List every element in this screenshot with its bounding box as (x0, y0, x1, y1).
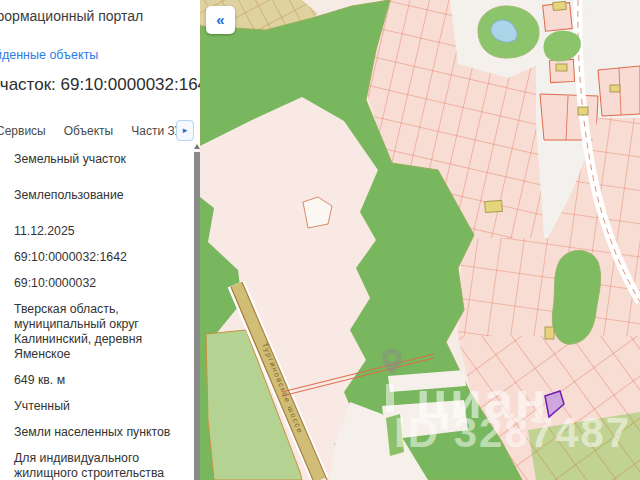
tab-objects[interactable]: Объекты (64, 124, 114, 138)
found-objects-link[interactable]: Найденные объекты (0, 48, 98, 62)
detail-area: 649 кв. м (14, 373, 186, 388)
parcel-title: Участок: 69:10:0000032:1642 (0, 75, 200, 95)
chevron-right-icon: ▸ (183, 125, 188, 135)
detail-land-category: Земли населенных пунктов (14, 425, 186, 440)
scrollbar-thumb[interactable] (194, 152, 200, 480)
detail-address: Тверская область, муниципальный округ Ка… (14, 302, 186, 362)
panel-header: Информационный портал Найденные объекты … (0, 0, 200, 95)
detail-permitted-use: Для индивидуального жилищного строительс… (14, 451, 186, 480)
info-panel: Информационный портал Найденные объекты … (0, 0, 200, 480)
tab-parcel-parts[interactable]: Части ЗУ (131, 124, 182, 138)
panel-scrollbar[interactable] (193, 143, 200, 480)
tab-bar: Сервисы Объекты Части ЗУ Состав ▸ (0, 118, 200, 144)
scrollbar-up-arrow-icon[interactable] (194, 144, 200, 149)
detail-cadastral-number: 69:10:0000032:1642 (14, 250, 186, 265)
app-window: Тургиновское шоссе (0, 0, 640, 480)
detail-land-use: Землепользование (14, 188, 186, 203)
cadastral-map[interactable]: Тургиновское шоссе (200, 0, 640, 480)
detail-object-kind: Земельный участок (14, 152, 186, 167)
tab-services[interactable]: Сервисы (0, 124, 46, 138)
portal-title: Информационный портал (0, 8, 200, 24)
watermark-id: ID 3287487 (394, 409, 631, 456)
detail-date: 11.12.2025 (14, 224, 186, 239)
detail-cadastral-quarter: 69:10:0000032 (14, 276, 186, 291)
details-list: Земельный участок Землепользование 11.12… (0, 152, 193, 480)
collapse-icon: « (216, 11, 224, 28)
detail-status: Учтенный (14, 399, 186, 414)
tabs-scroll-right-button[interactable]: ▸ (176, 120, 194, 141)
collapse-panel-button[interactable]: « (206, 6, 235, 34)
